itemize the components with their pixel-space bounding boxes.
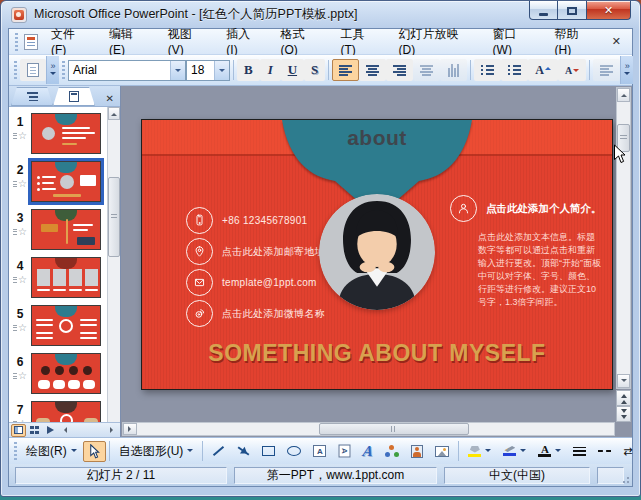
slideshow-view-button[interactable] [43,424,58,437]
scroll-right-button[interactable] [123,423,137,435]
animation-lines-icon[interactable] [13,373,17,379]
profile-heading[interactable]: 点击此处添加个人简介。 [486,202,602,216]
textbox-button[interactable]: A [307,441,332,462]
animation-lines-icon[interactable] [13,133,17,139]
clipart-button[interactable] [405,441,429,462]
contact-text[interactable]: template@1ppt.com [222,277,317,288]
toolbar-drag-handle[interactable] [15,33,18,51]
line-spacing-button[interactable] [413,59,440,81]
previous-slide-button[interactable] [616,390,631,406]
scroll-up-button[interactable] [108,107,120,120]
font-size-select[interactable]: 18 [186,60,230,81]
numbering-button[interactable] [474,59,501,81]
slide-4-thumbnail[interactable] [31,257,101,298]
close-button[interactable]: ✕ [586,1,631,20]
diagram-button[interactable] [379,441,405,462]
animation-lines-icon[interactable] [13,277,17,283]
animation-lines-icon[interactable] [13,181,17,187]
animation-lines-icon[interactable] [13,325,17,331]
transition-star-icon[interactable]: ☆ [18,324,27,332]
line-button[interactable] [206,441,231,462]
select-objects-button[interactable] [83,441,106,462]
draw-menu-button[interactable]: 绘图(R) [20,441,83,462]
animation-lines-icon[interactable] [13,229,17,235]
bold-button[interactable]: B [237,59,260,81]
arrow-style-button[interactable]: ⇄ [617,441,638,462]
contact-text[interactable]: 点击此处添加邮寄地址 [222,245,325,259]
decrease-indent-button[interactable] [593,59,620,81]
normal-view-button[interactable] [11,424,26,437]
dash-style-button[interactable] [592,441,617,462]
toolbar-options-button[interactable]: » [46,56,59,84]
profile-body-text[interactable]: 点击此处添加文本信息。标题数字等都可以通过点击和重新输入进行更改。顶部“开始”面… [478,231,602,309]
thumbnails-scrollbar[interactable] [107,107,120,422]
slide-6-thumbnail[interactable] [31,353,101,394]
new-slide-button[interactable] [20,59,46,81]
contact-address[interactable]: 点击此处添加邮寄地址 [186,238,325,265]
scrollbar-thumb[interactable] [319,423,469,435]
transition-star-icon[interactable]: ☆ [18,228,27,236]
text-shadow-button[interactable]: S [304,59,325,81]
tab-outline[interactable] [11,87,53,106]
contact-phone[interactable]: +86 12345678901 [186,207,325,234]
slide-2-thumbnail-selected[interactable] [31,161,101,202]
decrease-font-button[interactable]: A [558,59,586,81]
underline-button[interactable]: U [281,59,304,81]
align-right-button[interactable] [386,59,413,81]
profile-block[interactable]: 点击此处添加个人简介。 点击此处添加文本信息。标题数字等都可以通过点击和重新输入… [450,195,606,309]
rectangle-button[interactable] [256,441,281,462]
vertical-textbox-button[interactable]: A [332,441,357,462]
tab-slides[interactable] [53,87,95,106]
transition-star-icon[interactable]: ☆ [18,132,27,140]
animation-lines-icon[interactable] [13,421,17,422]
bullets-button[interactable] [501,59,528,81]
maximize-button[interactable] [558,1,586,20]
arrow-button[interactable] [231,441,256,462]
contact-email[interactable]: template@1ppt.com [186,269,325,296]
right-arrow-icon[interactable] [110,427,116,433]
font-color-button[interactable]: A [532,441,567,462]
slide-7-thumbnail[interactable] [31,401,101,422]
align-center-button[interactable] [359,59,386,81]
text-direction-button[interactable] [440,59,467,81]
toolbar-drag-handle[interactable] [62,61,65,79]
scrollbar-thumb[interactable] [108,177,120,257]
left-arrow-icon[interactable] [61,427,67,433]
document-close-icon[interactable]: ✕ [604,33,629,50]
profile-photo[interactable] [319,194,435,310]
scroll-down-button[interactable] [617,374,630,388]
font-name-select[interactable]: Arial [68,60,186,81]
vertical-scrollbar[interactable] [616,87,631,389]
scroll-up-button[interactable] [617,88,630,102]
contact-weibo[interactable]: 点击此处添加微博名称 [186,300,325,327]
align-left-button[interactable] [332,59,359,81]
slide-5-thumbnail[interactable] [31,305,101,346]
transition-star-icon[interactable]: ☆ [18,372,27,380]
panel-close-icon[interactable]: ✕ [106,93,118,106]
insert-picture-button[interactable] [429,441,455,462]
toolbar-drag-handle[interactable] [14,442,17,460]
slide-footer-title[interactable]: SOMETHING ABOUT MYSELF [142,340,612,367]
oval-button[interactable] [281,441,307,462]
next-slide-button[interactable] [616,406,631,422]
fill-color-button[interactable] [462,441,497,462]
wordart-button[interactable]: A [357,441,379,462]
slide-3-thumbnail[interactable] [31,209,101,250]
size-dropdown-button[interactable] [214,61,229,80]
toolbar-options-button[interactable]: » [620,56,633,84]
horizontal-scrollbar[interactable] [122,422,615,436]
transition-star-icon[interactable]: ☆ [18,180,27,188]
slide-sorter-view-button[interactable] [27,424,42,437]
slide-canvas[interactable]: about +86 12345678901 点击此处添 [141,119,613,390]
minimize-button[interactable] [529,1,558,20]
font-dropdown-button[interactable] [170,61,185,80]
autoshapes-menu-button[interactable]: 自选图形(U) [113,441,200,462]
transition-star-icon[interactable]: ☆ [18,276,27,284]
slide-1-thumbnail[interactable] [31,113,101,154]
line-style-button[interactable] [567,441,592,462]
panel-horizontal-scrollbar[interactable] [59,425,118,436]
contact-text[interactable]: 点击此处添加微博名称 [222,307,325,321]
italic-button[interactable]: I [260,59,281,81]
toolbar-drag-handle[interactable] [14,61,17,79]
transition-star-icon[interactable]: ☆ [18,420,27,422]
